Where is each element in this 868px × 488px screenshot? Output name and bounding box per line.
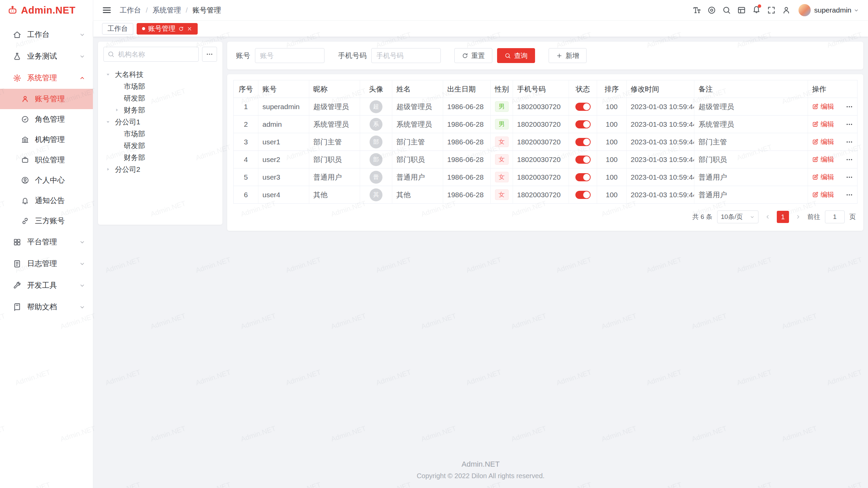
edit-button[interactable]: 编辑 — [812, 155, 834, 164]
more-actions-button[interactable] — [846, 174, 853, 181]
status-toggle[interactable] — [575, 156, 591, 164]
sidebar-item-system-management[interactable]: 系统管理 — [0, 67, 93, 89]
next-page-button[interactable] — [794, 214, 803, 220]
edit-button[interactable]: 编辑 — [812, 190, 834, 199]
chevron-down-icon — [79, 304, 85, 310]
edit-button[interactable]: 编辑 — [812, 172, 834, 182]
breadcrumb-workbench[interactable]: 工作台 — [120, 5, 141, 15]
sidebar-item-account-management[interactable]: 账号管理 — [0, 89, 93, 109]
edit-button[interactable]: 编辑 — [812, 120, 834, 129]
search-icon[interactable] — [719, 3, 734, 18]
tree-node[interactable]: 分公司1 — [103, 116, 217, 128]
app-logo[interactable]: Admin.NET — [0, 0, 93, 20]
page-size-select[interactable]: 10条/页 — [717, 210, 758, 223]
table-body: 1 superadmin 超级管理员 超 超级管理员 1986-06-28 男 … — [234, 98, 857, 204]
sidebar-item-business-test[interactable]: 业务测试 — [0, 45, 93, 67]
gender-badge: 男 — [495, 101, 509, 112]
tree-node[interactable]: 财务部 — [103, 104, 217, 116]
sidebar-item-org-management[interactable]: 机构管理 — [0, 129, 93, 150]
sidebar-item-role-management[interactable]: 角色管理 — [0, 109, 93, 129]
user-menu[interactable]: superadmin — [814, 6, 859, 14]
tree-node[interactable]: 财务部 — [103, 151, 217, 163]
accounts-table-panel: 序号 账号 昵称 头像 姓名 — [227, 74, 863, 231]
gear-icon — [13, 74, 21, 82]
refresh-icon[interactable] — [178, 26, 184, 32]
reset-button[interactable]: 重置 — [454, 48, 492, 63]
search-button[interactable]: 查询 — [497, 48, 535, 63]
caret-icon[interactable] — [105, 119, 115, 124]
more-actions-button[interactable] — [846, 138, 853, 146]
cell-phone: 18020030720 — [513, 98, 569, 116]
person-icon[interactable] — [779, 3, 794, 18]
org-tree-header — [103, 47, 217, 62]
edit-button[interactable]: 编辑 — [812, 102, 834, 111]
org-more-button[interactable] — [202, 47, 217, 62]
cell-name: 部门职员 — [392, 151, 443, 168]
cell-phone: 18020030720 — [513, 151, 569, 168]
notification-bell-icon[interactable] — [749, 3, 764, 18]
column-header: 排序 — [597, 80, 627, 98]
tree-node[interactable]: 研发部 — [103, 140, 217, 151]
status-toggle[interactable] — [575, 120, 591, 128]
status-toggle[interactable] — [575, 173, 591, 181]
sidebar-item-third-party-account[interactable]: 三方账号 — [0, 211, 93, 231]
breadcrumb-system-management[interactable]: 系统管理 — [153, 5, 181, 15]
more-actions-button[interactable] — [846, 103, 853, 110]
table-row: 1 superadmin 超级管理员 超 超级管理员 1986-06-28 男 … — [234, 98, 857, 116]
hamburger-menu-icon[interactable] — [102, 5, 112, 15]
phone-label: 手机号码 — [338, 51, 367, 60]
caret-icon[interactable] — [105, 72, 115, 77]
sidebar-item-notice[interactable]: 通知公告 — [0, 190, 93, 211]
edit-icon — [812, 139, 818, 145]
status-toggle[interactable] — [575, 191, 591, 199]
status-toggle[interactable] — [575, 103, 591, 111]
org-name-search-input[interactable] — [103, 47, 199, 62]
sidebar-item-log-management[interactable]: 日志管理 — [0, 253, 93, 274]
goto-page-input[interactable] — [825, 210, 845, 223]
bell-icon — [21, 197, 29, 205]
theme-icon[interactable] — [704, 3, 719, 18]
cell-name: 部门主管 — [392, 133, 443, 151]
cell-modified-time: 2023-01-03 10:59:44 — [627, 186, 694, 204]
cell-birth-date: 1986-06-28 — [443, 116, 491, 133]
status-toggle[interactable] — [575, 138, 591, 146]
system-submenu: 账号管理 角色管理 机构管理 职位管理 个人中心 — [0, 89, 93, 231]
fullscreen-icon[interactable] — [764, 3, 779, 18]
tree-node[interactable]: 大名科技 — [103, 68, 217, 80]
more-actions-button[interactable] — [846, 121, 853, 128]
chevron-down-icon — [750, 215, 755, 220]
caret-icon[interactable] — [114, 107, 124, 113]
column-header: 账号 — [258, 80, 309, 98]
tree-node[interactable]: 市场部 — [103, 128, 217, 140]
tree-node[interactable]: 市场部 — [103, 80, 217, 92]
cell-birth-date: 1986-06-28 — [443, 98, 491, 116]
close-icon[interactable] — [187, 26, 192, 32]
cell-actions: 编辑 — [808, 133, 857, 151]
more-actions-button[interactable] — [846, 191, 853, 199]
tab-account-management[interactable]: 账号管理 — [137, 23, 198, 35]
sidebar-item-help-docs[interactable]: 帮助文档 — [0, 296, 93, 318]
cell-gender: 女 — [491, 133, 513, 151]
cell-avatar: 部 — [360, 133, 392, 151]
page-number-button[interactable]: 1 — [777, 211, 789, 223]
sidebar-item-workbench[interactable]: 工作台 — [0, 24, 93, 45]
sidebar-item-personal-center[interactable]: 个人中心 — [0, 170, 93, 190]
phone-input[interactable] — [371, 48, 441, 63]
sidebar-item-dev-tools[interactable]: 开发工具 — [0, 274, 93, 296]
tree-node[interactable]: 分公司2 — [103, 163, 217, 175]
sidebar-item-position-management[interactable]: 职位管理 — [0, 150, 93, 170]
edit-button[interactable]: 编辑 — [812, 137, 834, 146]
tree-node[interactable]: 研发部 — [103, 92, 217, 104]
more-actions-button[interactable] — [846, 156, 853, 163]
caret-icon[interactable] — [105, 167, 115, 172]
prev-page-button[interactable] — [763, 214, 772, 220]
account-input[interactable] — [255, 48, 324, 63]
sidebar-item-platform-management[interactable]: 平台管理 — [0, 231, 93, 253]
layout-config-icon[interactable] — [734, 3, 749, 18]
add-button[interactable]: 新增 — [549, 48, 587, 63]
table-row: 4 user2 部门职员 部 部门职员 1986-06-28 女 1802003… — [234, 151, 857, 168]
font-size-icon[interactable] — [689, 3, 704, 18]
tab-label: 账号管理 — [148, 24, 175, 33]
user-avatar[interactable] — [798, 4, 811, 16]
tab-workbench[interactable]: 工作台 — [102, 23, 133, 35]
